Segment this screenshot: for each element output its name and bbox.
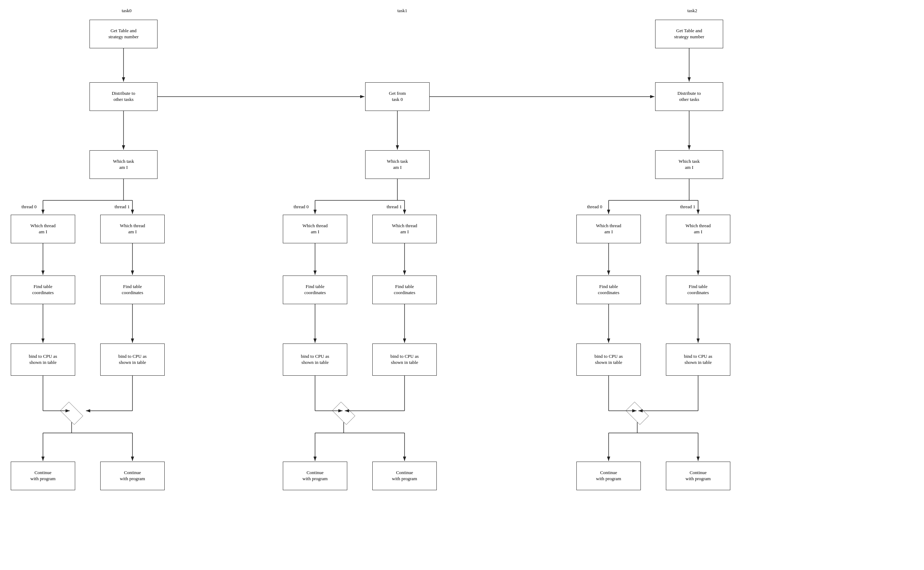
task0-t0-continue: Continuewith program [11, 461, 75, 490]
diagram: task0 Get Table andstrategy number Distr… [0, 0, 924, 570]
task1-t0-bind-cpu: bind to CPU asshown in table [283, 343, 347, 376]
task0-which-task: Which taskam I [89, 150, 158, 179]
task2-label: task2 [688, 8, 697, 14]
task1-thread0-label: thread 0 [293, 204, 309, 210]
task1-t1-which-thread: Which threadam I [372, 215, 437, 243]
task2-t0-bind-cpu: bind to CPU asshown in table [576, 343, 641, 376]
task0-label: task0 [122, 8, 131, 14]
task2-t1-find-table: Find tablecoordinates [666, 276, 730, 304]
task2-join-diamond [623, 405, 652, 422]
task0-t1-which-thread: Which threadam I [100, 215, 165, 243]
task0-t0-which-thread: Which threadam I [11, 215, 75, 243]
task2-thread1-label: thread 1 [680, 204, 695, 210]
task1-t0-continue: Continuewith program [283, 461, 347, 490]
task0-t0-bind-cpu: bind to CPU asshown in table [11, 343, 75, 376]
task1-t0-find-table: Find tablecoordinates [283, 276, 347, 304]
task1-thread1-label: thread 1 [387, 204, 402, 210]
task1-t1-find-table: Find tablecoordinates [372, 276, 437, 304]
task0-thread0-label: thread 0 [21, 204, 37, 210]
task2-get-table: Get Table andstrategy number [655, 20, 723, 48]
task2-t0-find-table: Find tablecoordinates [576, 276, 641, 304]
task2-which-task: Which taskam I [655, 150, 723, 179]
task2-t0-which-thread: Which threadam I [576, 215, 641, 243]
task0-thread1-label: thread 1 [115, 204, 130, 210]
task1-t0-which-thread: Which threadam I [283, 215, 347, 243]
task0-t1-continue: Continuewith program [100, 461, 165, 490]
task0-t1-find-table: Find tablecoordinates [100, 276, 165, 304]
task2-t1-continue: Continuewith program [666, 461, 730, 490]
task1-get-from: Get fromtask 0 [365, 82, 430, 111]
task2-t1-bind-cpu: bind to CPU asshown in table [666, 343, 730, 376]
task0-t0-find-table: Find tablecoordinates [11, 276, 75, 304]
task1-t1-bind-cpu: bind to CPU asshown in table [372, 343, 437, 376]
task0-t1-bind-cpu: bind to CPU asshown in table [100, 343, 165, 376]
task0-join-diamond [57, 405, 86, 422]
task0-distribute: Distribute toother tasks [89, 82, 158, 111]
task1-t1-continue: Continuewith program [372, 461, 437, 490]
task1-which-task: Which taskam I [365, 150, 430, 179]
task2-t1-which-thread: Which threadam I [666, 215, 730, 243]
task1-label: task1 [398, 8, 407, 14]
task2-distribute: Distribute toother tasks [655, 82, 723, 111]
task2-t0-continue: Continuewith program [576, 461, 641, 490]
task1-join-diamond [329, 405, 358, 422]
task0-get-table: Get Table andstrategy number [89, 20, 158, 48]
task2-thread0-label: thread 0 [587, 204, 602, 210]
